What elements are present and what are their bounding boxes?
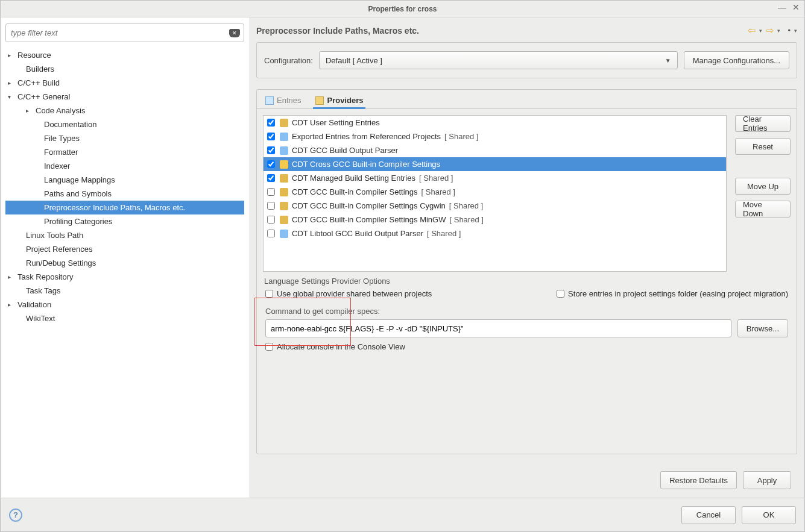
provider-list[interactable]: CDT User Setting EntriesExported Entries…: [263, 115, 727, 272]
filter-input[interactable]: [10, 28, 229, 38]
compiler-specs-block: Command to get compiler specs: Browse...…: [257, 301, 797, 354]
entries-icon: [265, 96, 274, 105]
provider-icon: [280, 230, 288, 238]
page-header: Preprocessor Include Paths, Macros etc. …: [256, 25, 797, 36]
tree-item[interactable]: Preprocessor Include Paths, Macros etc.: [5, 201, 244, 214]
provider-label: CDT GCC Built-in Compiler Settings Cygwi…: [292, 201, 446, 210]
provider-icon: [280, 174, 288, 183]
tabs: Entries Providers: [257, 90, 797, 109]
provider-label: CDT Cross GCC Built-in Compiler Settings: [292, 160, 440, 169]
close-icon[interactable]: ✕: [792, 3, 800, 11]
tree-item-label: Linux Tools Path: [26, 231, 83, 240]
tree-item[interactable]: Indexer: [5, 159, 244, 173]
configuration-bar: Configuration: Default [ Active ] ▼ Mana…: [256, 42, 797, 78]
tree-item-label: Task Tags: [26, 286, 61, 295]
expand-arrow-icon: ▸: [8, 80, 15, 86]
tree-item-label: Language Mappings: [44, 175, 115, 184]
provider-row[interactable]: CDT GCC Built-in Compiler Settings Cygwi…: [264, 199, 726, 213]
clear-entries-button[interactable]: Clear Entries: [735, 115, 791, 132]
browse-button[interactable]: Browse...: [737, 319, 788, 337]
tree-item[interactable]: Documentation: [5, 117, 244, 131]
tree-item[interactable]: ▸Task Repository: [5, 270, 244, 284]
provider-row[interactable]: CDT Cross GCC Built-in Compiler Settings: [264, 157, 726, 171]
view-menu-icon[interactable]: ▾: [794, 28, 797, 34]
tree-item[interactable]: Task Tags: [5, 284, 244, 298]
provider-checkbox[interactable]: [267, 133, 275, 140]
tree-item[interactable]: Linux Tools Path: [5, 228, 244, 242]
tree-item[interactable]: ▸Code Analysis: [5, 104, 244, 117]
provider-shared-badge: [ Shared ]: [419, 174, 453, 183]
provider-row[interactable]: CDT Libtool GCC Build Output Parser [ Sh…: [264, 227, 726, 240]
provider-label: CDT GCC Built-in Compiler Settings MinGW: [292, 215, 446, 224]
providers-icon: [315, 96, 324, 105]
tab-providers[interactable]: Providers: [313, 93, 365, 108]
tree-item[interactable]: File Types: [5, 131, 244, 145]
allocate-console-checkbox[interactable]: Allocate console in the Console View: [265, 342, 788, 351]
page-title: Preprocessor Include Paths, Macros etc.: [256, 26, 419, 36]
store-entries-checkbox[interactable]: Store entries in project settings folder…: [557, 289, 788, 298]
provider-icon: [280, 188, 288, 196]
tree-item[interactable]: Profiling Categories: [5, 214, 244, 228]
provider-checkbox[interactable]: [267, 146, 275, 154]
provider-checkbox[interactable]: [267, 202, 275, 210]
tree-item[interactable]: Paths and Symbols: [5, 187, 244, 201]
tree-item-label: C/C++ Build: [17, 78, 60, 87]
use-global-checkbox[interactable]: Use global provider shared between proje…: [265, 289, 432, 298]
tab-entries[interactable]: Entries: [263, 93, 303, 108]
provider-label: CDT User Setting Entries: [292, 118, 380, 127]
ok-button[interactable]: OK: [742, 506, 796, 524]
cancel-button[interactable]: Cancel: [681, 506, 736, 524]
provider-checkbox[interactable]: [267, 188, 275, 196]
tree-item[interactable]: Run/Debug Settings: [5, 256, 244, 270]
provider-shared-badge: [ Shared ]: [449, 201, 483, 210]
provider-checkbox[interactable]: [267, 216, 275, 224]
provider-row[interactable]: CDT GCC Built-in Compiler Settings MinGW…: [264, 213, 726, 227]
provider-row[interactable]: CDT GCC Build Output Parser: [264, 143, 726, 157]
configuration-selected-value: Default [ Active ]: [326, 56, 382, 65]
tree-item[interactable]: ▸Validation: [5, 298, 244, 311]
provider-checkbox[interactable]: [267, 230, 275, 237]
forward-icon[interactable]: ⇨: [766, 25, 774, 36]
tree-item-label: Run/Debug Settings: [26, 258, 96, 268]
tree-item[interactable]: WikiText: [5, 311, 244, 325]
provider-checkbox[interactable]: [267, 174, 275, 182]
provider-icon: [280, 216, 288, 224]
tree-item[interactable]: Project References: [5, 242, 244, 256]
provider-checkbox[interactable]: [267, 160, 275, 168]
restore-defaults-button[interactable]: Restore Defaults: [660, 471, 737, 489]
provider-options-label: Language Settings Provider Options: [257, 274, 797, 287]
provider-row[interactable]: CDT GCC Built-in Compiler Settings [ Sha…: [264, 185, 726, 199]
provider-icon: [280, 146, 288, 155]
tree-item-label: Task Repository: [17, 272, 73, 281]
property-tree: ▸ResourceBuilders▸C/C++ Build▾C/C++ Gene…: [5, 48, 244, 493]
provider-row[interactable]: Exported Entries from Referenced Project…: [264, 130, 726, 143]
expand-arrow-icon: ▾: [8, 93, 15, 100]
move-down-button[interactable]: Move Down: [735, 201, 791, 217]
expand-arrow-icon: ▸: [8, 52, 15, 58]
configuration-label: Configuration:: [264, 56, 313, 65]
provider-checkbox[interactable]: [267, 119, 275, 127]
reset-button[interactable]: Reset: [735, 138, 791, 155]
back-icon[interactable]: ⇦: [748, 25, 756, 36]
manage-configurations-button[interactable]: Manage Configurations...: [684, 51, 789, 69]
help-icon[interactable]: ?: [9, 509, 22, 522]
tree-item[interactable]: ▸C/C++ Build: [5, 76, 244, 90]
apply-button[interactable]: Apply: [743, 471, 791, 489]
provider-label: CDT Libtool GCC Build Output Parser: [292, 229, 423, 238]
move-up-button[interactable]: Move Up: [735, 178, 791, 195]
provider-row[interactable]: CDT User Setting Entries: [264, 116, 726, 130]
minimize-icon[interactable]: —: [778, 3, 786, 11]
configuration-select[interactable]: Default [ Active ] ▼: [319, 51, 678, 69]
tree-item-label: File Types: [44, 134, 80, 143]
back-menu-icon[interactable]: ▾: [759, 28, 762, 34]
tree-item[interactable]: Language Mappings: [5, 173, 244, 187]
forward-menu-icon[interactable]: ▾: [777, 28, 780, 34]
settings-panel: Entries Providers CDT User Setting Entri…: [256, 89, 797, 454]
tree-item[interactable]: Formatter: [5, 145, 244, 159]
tree-item[interactable]: ▾C/C++ General: [5, 90, 244, 104]
clear-filter-icon[interactable]: ✕: [229, 29, 240, 37]
compiler-specs-input[interactable]: [265, 319, 731, 337]
provider-row[interactable]: CDT Managed Build Setting Entries [ Shar…: [264, 171, 726, 185]
tree-item[interactable]: ▸Resource: [5, 48, 244, 62]
tree-item[interactable]: Builders: [5, 62, 244, 76]
